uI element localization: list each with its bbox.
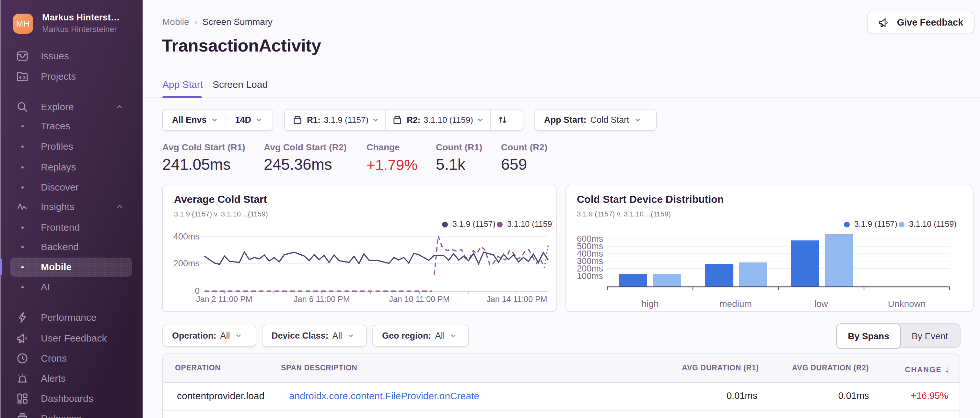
svg-text:Jan 14 11:00 PM: Jan 14 11:00 PM [487, 294, 547, 304]
svg-text:Jan 2 11:00 PM: Jan 2 11:00 PM [196, 294, 252, 304]
svg-text:medium: medium [719, 299, 752, 309]
svg-text:200ms: 200ms [173, 259, 200, 268]
svg-text:100ms: 100ms [577, 271, 603, 281]
svg-text:400ms: 400ms [173, 232, 200, 242]
svg-text:Jan 6 11:00 PM: Jan 6 11:00 PM [294, 294, 350, 304]
svg-text:Unknown: Unknown [888, 299, 926, 309]
svg-text:low: low [815, 299, 828, 309]
svg-text:high: high [642, 299, 659, 309]
svg-text:Jan 10 11:00 PM: Jan 10 11:00 PM [389, 294, 450, 304]
